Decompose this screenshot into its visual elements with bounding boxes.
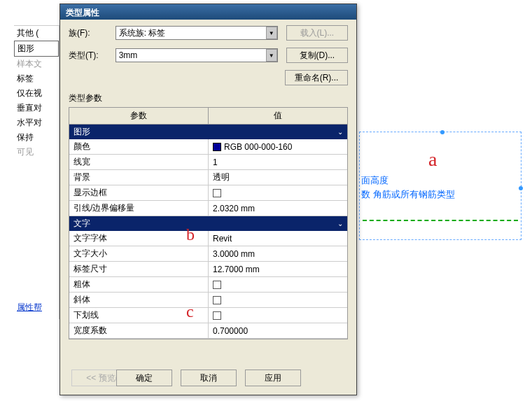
param-value[interactable]: 12.7000 mm bbox=[209, 262, 347, 276]
col-header-value: 值 bbox=[209, 108, 347, 124]
param-name: 标签尺寸 bbox=[69, 262, 209, 276]
param-value[interactable]: Revit bbox=[209, 231, 347, 246]
param-value[interactable]: RGB 000-000-160 bbox=[209, 139, 347, 154]
preview-text-2: 数 角筋或所有钢筋类型 bbox=[361, 188, 455, 201]
cancel-button[interactable]: 取消 bbox=[181, 370, 237, 386]
checkbox[interactable] bbox=[213, 296, 221, 304]
chevron-down-icon[interactable]: ▼ bbox=[266, 27, 277, 39]
rename-button[interactable]: 重命名(R)... bbox=[285, 70, 348, 85]
annotation-a: a bbox=[428, 148, 437, 171]
bg-list-item[interactable]: 可见 bbox=[14, 145, 59, 160]
color-swatch bbox=[213, 143, 221, 151]
bg-list-item[interactable]: 保持 bbox=[14, 130, 59, 145]
copy-button[interactable]: 复制(D)... bbox=[286, 48, 348, 63]
type-params-label: 类型参数 bbox=[69, 92, 348, 104]
checkbox[interactable] bbox=[213, 189, 221, 197]
bg-list-item[interactable]: 图形 bbox=[14, 41, 59, 57]
param-name: 颜色 bbox=[69, 139, 209, 154]
bg-list-item[interactable]: 水平对 bbox=[14, 115, 59, 130]
table-row[interactable]: 文字字体Revit bbox=[69, 231, 347, 246]
bg-list-item[interactable]: 仅在视 bbox=[14, 86, 59, 101]
table-row[interactable]: 背景透明 bbox=[69, 170, 347, 185]
param-value[interactable]: 透明 bbox=[209, 170, 347, 185]
apply-button[interactable]: 应用 bbox=[245, 370, 301, 386]
param-name: 宽度系数 bbox=[69, 323, 209, 338]
param-value[interactable]: 2.0320 mm bbox=[209, 201, 347, 216]
family-dropdown[interactable]: 系统族: 标签 ▼ bbox=[115, 26, 278, 40]
checkbox[interactable] bbox=[213, 311, 221, 320]
annotation-c: c bbox=[186, 302, 194, 321]
background-properties-panel: 其他 (图形样本文标签仅在视垂直对水平对保持可见 属性帮 bbox=[14, 25, 59, 319]
preview-text-1: 面高度 bbox=[361, 174, 388, 187]
param-value[interactable]: 1 bbox=[209, 155, 347, 169]
type-label: 类型(T): bbox=[69, 50, 115, 62]
family-label: 族(F): bbox=[69, 27, 115, 39]
dialog-titlebar: 类型属性 bbox=[60, 4, 356, 20]
bg-list-item[interactable]: 垂直对 bbox=[14, 101, 59, 115]
param-value[interactable] bbox=[209, 277, 347, 292]
grid-header: 参数 值 bbox=[69, 108, 347, 125]
table-row[interactable]: 显示边框 bbox=[69, 185, 347, 201]
properties-help-link[interactable]: 属性帮 bbox=[14, 300, 45, 315]
table-row[interactable]: 引线/边界偏移量2.0320 mm bbox=[69, 201, 347, 216]
bg-list-item[interactable]: 标签 bbox=[14, 71, 59, 86]
collapse-icon: ⌄ bbox=[337, 128, 343, 136]
table-row[interactable]: 宽度系数0.700000 bbox=[69, 323, 347, 339]
load-button: 载入(L)... bbox=[286, 25, 348, 41]
param-name: 引线/边界偏移量 bbox=[69, 201, 209, 216]
param-name: 背景 bbox=[69, 170, 209, 185]
type-properties-dialog: 类型属性 族(F): 系统族: 标签 ▼ 载入(L)... 类型(T): 3mm… bbox=[59, 3, 357, 395]
param-name: 线宽 bbox=[69, 155, 209, 169]
param-value[interactable] bbox=[209, 293, 347, 307]
table-row[interactable]: 粗体 bbox=[69, 277, 347, 293]
param-name: 显示边框 bbox=[69, 185, 209, 200]
col-header-param: 参数 bbox=[69, 108, 209, 124]
tag-preview: 面高度 数 角筋或所有钢筋类型 bbox=[359, 132, 522, 240]
collapse-icon: ⌄ bbox=[337, 220, 343, 227]
param-value[interactable]: 3.0000 mm bbox=[209, 246, 347, 261]
annotation-b: b bbox=[186, 225, 195, 244]
param-name: 文字大小 bbox=[69, 246, 209, 261]
group-header[interactable]: 文字⌄ bbox=[69, 216, 347, 231]
group-header[interactable]: 图形⌄ bbox=[69, 125, 347, 139]
param-value[interactable] bbox=[209, 308, 347, 323]
checkbox[interactable] bbox=[213, 281, 221, 289]
table-row[interactable]: 标签尺寸12.7000 mm bbox=[69, 262, 347, 277]
param-value[interactable]: 0.700000 bbox=[209, 323, 347, 338]
bg-list-item[interactable]: 样本文 bbox=[14, 57, 59, 71]
ok-button[interactable]: 确定 bbox=[116, 370, 172, 386]
parameter-grid: 参数 值 图形⌄颜色RGB 000-000-160线宽1背景透明显示边框引线/边… bbox=[69, 107, 348, 339]
bg-list-item[interactable]: 其他 ( bbox=[14, 26, 59, 41]
param-value[interactable] bbox=[209, 185, 347, 200]
table-row[interactable]: 下划线 bbox=[69, 308, 347, 323]
table-row[interactable]: 文字大小3.0000 mm bbox=[69, 246, 347, 262]
param-name: 粗体 bbox=[69, 277, 209, 292]
table-row[interactable]: 颜色RGB 000-000-160 bbox=[69, 139, 347, 155]
table-row[interactable]: 线宽1 bbox=[69, 155, 347, 170]
type-dropdown[interactable]: 3mm ▼ bbox=[115, 48, 278, 62]
chevron-down-icon[interactable]: ▼ bbox=[266, 49, 277, 62]
table-row[interactable]: 斜体 bbox=[69, 293, 347, 308]
